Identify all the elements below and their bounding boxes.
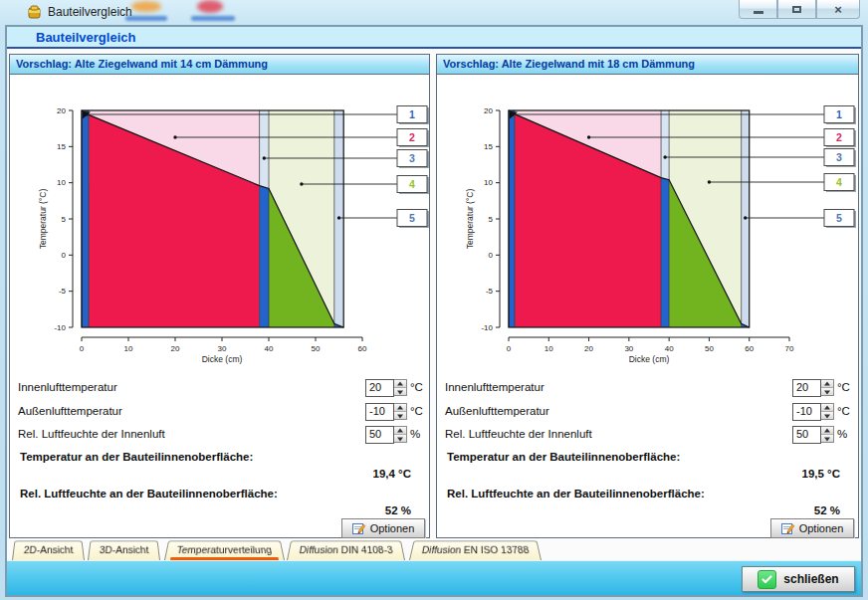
- footer-bar: schließen: [7, 560, 861, 595]
- outer-air-temp-input[interactable]: -10: [792, 403, 821, 421]
- surface-humidity-value: 52 %: [385, 504, 411, 516]
- surface-temp-label: Temperatur an der Bauteilinnenoberfläche…: [20, 451, 253, 463]
- svg-text:4: 4: [836, 176, 842, 188]
- field-row: Innenlufttemperatur 20 °C: [445, 379, 852, 398]
- tab-diffusion-din-4108-3[interactable]: Diffusion DIN 4108-3: [287, 540, 405, 560]
- page-title: Bauteilvergleich: [36, 30, 135, 45]
- svg-text:40: 40: [665, 344, 674, 353]
- spinner-buttons[interactable]: [394, 403, 407, 420]
- unit-label: °C: [410, 381, 423, 393]
- spin-down-icon[interactable]: [394, 411, 406, 419]
- options-icon: [352, 522, 366, 535]
- check-icon: [758, 570, 776, 589]
- svg-text:5: 5: [489, 215, 494, 224]
- spin-up-icon[interactable]: [394, 427, 406, 434]
- outer-air-temp-input[interactable]: -10: [365, 403, 394, 421]
- bauteilvergleich-dialog: Bauteilvergleich Vorschlag: Alte Ziegelw…: [5, 25, 863, 597]
- inner-air-temp-label: Innenlufttemperatur: [18, 381, 117, 393]
- panel-14cm: Vorschlag: Alte Ziegelwand mit 14 cm Däm…: [9, 54, 430, 538]
- svg-text:4: 4: [409, 178, 415, 190]
- spinner-buttons[interactable]: [821, 403, 834, 420]
- svg-text:15: 15: [57, 142, 66, 151]
- svg-text:1: 1: [409, 108, 415, 120]
- rel-humidity-label: Rel. Luftfeuchte der Innenluft: [445, 428, 592, 440]
- unit-label: %: [837, 428, 847, 440]
- svg-text:30: 30: [218, 344, 227, 353]
- tab-diffusion-en-iso-13788[interactable]: Diffusion EN ISO 13788: [409, 540, 542, 560]
- svg-text:2: 2: [836, 131, 842, 143]
- svg-text:3: 3: [836, 151, 842, 163]
- field-row: Außenlufttemperatur -10 °C: [18, 403, 423, 422]
- tab-3d-ansicht[interactable]: 3D-Ansicht: [88, 540, 160, 560]
- minimize-icon: [754, 11, 763, 14]
- panel-18cm: Vorschlag: Alte Ziegelwand mit 18 cm Däm…: [436, 54, 859, 538]
- spin-up-icon[interactable]: [394, 404, 406, 411]
- inner-air-temp-input[interactable]: 20: [365, 379, 394, 397]
- inner-air-temp-label: Innenlufttemperatur: [445, 381, 544, 393]
- svg-text:-10: -10: [54, 323, 66, 332]
- inner-air-temp-input[interactable]: 20: [792, 379, 821, 397]
- svg-text:0: 0: [62, 251, 67, 260]
- unit-label: °C: [410, 405, 423, 417]
- maximize-icon: [792, 6, 801, 13]
- spin-down-icon[interactable]: [821, 434, 833, 442]
- close-button[interactable]: ×: [816, 0, 860, 19]
- spinner-buttons[interactable]: [821, 379, 834, 396]
- svg-text:10: 10: [484, 178, 493, 187]
- tab-bar: 2D-Ansicht3D-AnsichtTemperaturverteilung…: [7, 538, 861, 560]
- app-icon: [27, 5, 42, 20]
- svg-text:5: 5: [62, 215, 67, 224]
- outer-air-temp-spinbox: -10: [365, 403, 407, 421]
- svg-text:60: 60: [745, 344, 754, 353]
- spin-up-icon[interactable]: [821, 427, 833, 434]
- svg-text:60: 60: [358, 344, 367, 353]
- panel-body: -10-505101520Temperatur (°C)010203040506…: [10, 75, 429, 537]
- spinner-buttons[interactable]: [394, 426, 407, 443]
- rel-humidity-input[interactable]: 50: [792, 426, 821, 444]
- options-button[interactable]: Optionen: [341, 518, 425, 538]
- svg-text:20: 20: [57, 106, 66, 115]
- schliessen-button[interactable]: schließen: [742, 566, 855, 592]
- spin-down-icon[interactable]: [821, 411, 833, 419]
- maximize-button[interactable]: [777, 0, 816, 19]
- surface-humidity-label: Rel. Luftfeuchte an der Bauteilinnenober…: [20, 488, 278, 500]
- svg-text:-10: -10: [481, 323, 493, 332]
- field-row: Rel. Luftfeuchte der Innenluft 50 %: [18, 426, 423, 445]
- field-row: Rel. Luftfeuchte der Innenluft 50 %: [445, 426, 852, 445]
- svg-text:15: 15: [484, 142, 493, 151]
- spin-down-icon[interactable]: [394, 387, 406, 395]
- rel-humidity-spinbox: 50: [792, 426, 834, 444]
- svg-text:2: 2: [409, 131, 415, 143]
- svg-text:0: 0: [489, 251, 494, 260]
- surface-humidity-value: 52 %: [814, 504, 840, 516]
- tab-2d-ansicht[interactable]: 2D-Ansicht: [12, 540, 85, 560]
- minimize-button[interactable]: [739, 0, 777, 19]
- window-titlebar: Bauteilvergleich ×: [0, 0, 868, 26]
- svg-text:70: 70: [785, 344, 794, 353]
- svg-text:50: 50: [312, 344, 321, 353]
- svg-text:Temperatur (°C): Temperatur (°C): [465, 189, 475, 250]
- svg-text:Temperatur (°C): Temperatur (°C): [38, 189, 48, 250]
- spinner-buttons[interactable]: [821, 426, 834, 443]
- spin-up-icon[interactable]: [394, 380, 406, 387]
- field-row: Außenlufttemperatur -10 °C: [445, 403, 852, 422]
- field-row: Innenlufttemperatur 20 °C: [18, 379, 423, 398]
- surface-temp-value: 19,5 °C: [802, 468, 840, 480]
- svg-text:3: 3: [409, 152, 415, 164]
- svg-text:10: 10: [57, 178, 66, 187]
- svg-text:20: 20: [484, 106, 493, 115]
- svg-text:50: 50: [705, 344, 714, 353]
- surface-temp-label: Temperatur an der Bauteilinnenoberfläche…: [447, 451, 680, 463]
- panel-header: Vorschlag: Alte Ziegelwand mit 18 cm Däm…: [437, 55, 858, 75]
- spinner-buttons[interactable]: [394, 379, 407, 396]
- rel-humidity-input[interactable]: 50: [365, 426, 394, 444]
- svg-text:0: 0: [80, 344, 85, 353]
- spin-down-icon[interactable]: [394, 434, 406, 442]
- spin-up-icon[interactable]: [821, 404, 833, 411]
- rel-humidity-label: Rel. Luftfeuchte der Innenluft: [18, 428, 165, 440]
- tab-temperaturverteilung[interactable]: Temperaturverteilung: [164, 540, 285, 560]
- options-button[interactable]: Optionen: [770, 518, 854, 538]
- spin-down-icon[interactable]: [821, 387, 833, 395]
- spin-up-icon[interactable]: [821, 380, 833, 387]
- temperature-chart: -10-505101520Temperatur (°C)010203040506…: [10, 100, 429, 373]
